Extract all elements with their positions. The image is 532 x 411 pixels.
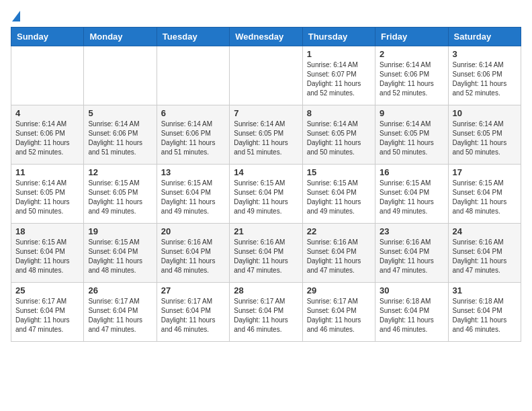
day-info: Sunrise: 6:15 AM Sunset: 6:04 PM Dayligh… bbox=[88, 238, 152, 275]
calendar-cell: 6Sunrise: 6:14 AM Sunset: 6:06 PM Daylig… bbox=[157, 105, 229, 165]
day-number: 5 bbox=[88, 108, 152, 118]
day-number: 8 bbox=[307, 108, 371, 118]
day-number: 15 bbox=[307, 167, 371, 177]
day-info: Sunrise: 6:18 AM Sunset: 6:04 PM Dayligh… bbox=[453, 297, 517, 334]
weekday-header-saturday: Saturday bbox=[448, 28, 521, 46]
svg-marker-0 bbox=[12, 11, 20, 21]
calendar-cell: 18Sunrise: 6:15 AM Sunset: 6:04 PM Dayli… bbox=[11, 224, 84, 283]
day-info: Sunrise: 6:14 AM Sunset: 6:06 PM Dayligh… bbox=[15, 120, 79, 157]
day-number: 16 bbox=[380, 167, 443, 177]
day-number: 29 bbox=[307, 285, 371, 295]
day-info: Sunrise: 6:15 AM Sunset: 6:04 PM Dayligh… bbox=[453, 179, 517, 216]
day-number: 20 bbox=[161, 226, 225, 236]
calendar-cell: 17Sunrise: 6:15 AM Sunset: 6:04 PM Dayli… bbox=[448, 165, 521, 224]
day-number: 11 bbox=[15, 167, 79, 177]
day-number: 23 bbox=[380, 226, 443, 236]
day-info: Sunrise: 6:14 AM Sunset: 6:06 PM Dayligh… bbox=[88, 120, 152, 157]
calendar-cell: 20Sunrise: 6:16 AM Sunset: 6:04 PM Dayli… bbox=[157, 224, 229, 283]
calendar-cell: 29Sunrise: 6:17 AM Sunset: 6:04 PM Dayli… bbox=[302, 283, 375, 342]
calendar-week-row: 11Sunrise: 6:14 AM Sunset: 6:05 PM Dayli… bbox=[11, 165, 521, 224]
day-info: Sunrise: 6:14 AM Sunset: 6:06 PM Dayligh… bbox=[380, 60, 443, 98]
weekday-header-row: SundayMondayTuesdayWednesdayThursdayFrid… bbox=[11, 28, 521, 46]
day-info: Sunrise: 6:17 AM Sunset: 6:04 PM Dayligh… bbox=[88, 297, 152, 334]
calendar-cell: 25Sunrise: 6:17 AM Sunset: 6:04 PM Dayli… bbox=[11, 283, 84, 342]
weekday-header-thursday: Thursday bbox=[302, 28, 375, 46]
calendar-cell: 21Sunrise: 6:16 AM Sunset: 6:04 PM Dayli… bbox=[230, 224, 302, 283]
day-info: Sunrise: 6:14 AM Sunset: 6:05 PM Dayligh… bbox=[307, 120, 371, 157]
day-number: 19 bbox=[88, 226, 152, 236]
day-info: Sunrise: 6:15 AM Sunset: 6:04 PM Dayligh… bbox=[161, 179, 225, 216]
calendar-cell: 10Sunrise: 6:14 AM Sunset: 6:05 PM Dayli… bbox=[448, 105, 521, 165]
day-info: Sunrise: 6:16 AM Sunset: 6:04 PM Dayligh… bbox=[161, 238, 225, 275]
day-number: 4 bbox=[15, 108, 79, 118]
calendar-cell: 5Sunrise: 6:14 AM Sunset: 6:06 PM Daylig… bbox=[84, 105, 157, 165]
calendar-cell bbox=[11, 46, 84, 105]
day-number: 24 bbox=[453, 226, 517, 236]
calendar-cell: 27Sunrise: 6:17 AM Sunset: 6:04 PM Dayli… bbox=[157, 283, 229, 342]
calendar-cell: 3Sunrise: 6:14 AM Sunset: 6:06 PM Daylig… bbox=[448, 46, 521, 105]
day-info: Sunrise: 6:14 AM Sunset: 6:05 PM Dayligh… bbox=[380, 120, 443, 157]
calendar-cell: 7Sunrise: 6:14 AM Sunset: 6:05 PM Daylig… bbox=[230, 105, 302, 165]
calendar-cell bbox=[230, 46, 302, 105]
day-info: Sunrise: 6:17 AM Sunset: 6:04 PM Dayligh… bbox=[307, 297, 371, 334]
day-number: 14 bbox=[234, 167, 298, 177]
weekday-header-sunday: Sunday bbox=[11, 28, 84, 46]
day-number: 13 bbox=[161, 167, 225, 177]
calendar-cell: 8Sunrise: 6:14 AM Sunset: 6:05 PM Daylig… bbox=[302, 105, 375, 165]
day-number: 18 bbox=[15, 226, 79, 236]
calendar-cell: 15Sunrise: 6:15 AM Sunset: 6:04 PM Dayli… bbox=[302, 165, 375, 224]
calendar-week-row: 4Sunrise: 6:14 AM Sunset: 6:06 PM Daylig… bbox=[11, 105, 521, 165]
calendar-cell bbox=[84, 46, 157, 105]
calendar-cell: 9Sunrise: 6:14 AM Sunset: 6:05 PM Daylig… bbox=[375, 105, 448, 165]
header bbox=[11, 11, 521, 24]
day-info: Sunrise: 6:14 AM Sunset: 6:05 PM Dayligh… bbox=[453, 120, 517, 157]
day-number: 21 bbox=[234, 226, 298, 236]
calendar-cell: 19Sunrise: 6:15 AM Sunset: 6:04 PM Dayli… bbox=[84, 224, 157, 283]
day-number: 31 bbox=[453, 285, 517, 295]
day-info: Sunrise: 6:16 AM Sunset: 6:04 PM Dayligh… bbox=[307, 238, 371, 275]
weekday-header-wednesday: Wednesday bbox=[230, 28, 302, 46]
day-info: Sunrise: 6:15 AM Sunset: 6:04 PM Dayligh… bbox=[234, 179, 298, 216]
day-info: Sunrise: 6:14 AM Sunset: 6:07 PM Dayligh… bbox=[307, 60, 371, 98]
calendar-cell: 14Sunrise: 6:15 AM Sunset: 6:04 PM Dayli… bbox=[230, 165, 302, 224]
day-number: 6 bbox=[161, 108, 225, 118]
day-number: 10 bbox=[453, 108, 517, 118]
calendar-cell: 30Sunrise: 6:18 AM Sunset: 6:04 PM Dayli… bbox=[375, 283, 448, 342]
calendar-cell: 16Sunrise: 6:15 AM Sunset: 6:04 PM Dayli… bbox=[375, 165, 448, 224]
day-info: Sunrise: 6:16 AM Sunset: 6:04 PM Dayligh… bbox=[234, 238, 298, 275]
calendar-cell: 24Sunrise: 6:16 AM Sunset: 6:04 PM Dayli… bbox=[448, 224, 521, 283]
day-info: Sunrise: 6:17 AM Sunset: 6:04 PM Dayligh… bbox=[161, 297, 225, 334]
day-info: Sunrise: 6:14 AM Sunset: 6:06 PM Dayligh… bbox=[161, 120, 225, 157]
calendar-week-row: 25Sunrise: 6:17 AM Sunset: 6:04 PM Dayli… bbox=[11, 283, 521, 342]
calendar-cell: 23Sunrise: 6:16 AM Sunset: 6:04 PM Dayli… bbox=[375, 224, 448, 283]
calendar-cell bbox=[157, 46, 229, 105]
day-info: Sunrise: 6:14 AM Sunset: 6:05 PM Dayligh… bbox=[234, 120, 298, 157]
calendar-cell: 26Sunrise: 6:17 AM Sunset: 6:04 PM Dayli… bbox=[84, 283, 157, 342]
day-number: 22 bbox=[307, 226, 371, 236]
day-number: 25 bbox=[15, 285, 79, 295]
logo-triangle-icon bbox=[12, 11, 20, 24]
day-info: Sunrise: 6:15 AM Sunset: 6:05 PM Dayligh… bbox=[88, 179, 152, 216]
day-info: Sunrise: 6:15 AM Sunset: 6:04 PM Dayligh… bbox=[307, 179, 371, 216]
day-number: 30 bbox=[380, 285, 443, 295]
calendar-cell: 11Sunrise: 6:14 AM Sunset: 6:05 PM Dayli… bbox=[11, 165, 84, 224]
logo bbox=[11, 11, 20, 24]
calendar-cell: 12Sunrise: 6:15 AM Sunset: 6:05 PM Dayli… bbox=[84, 165, 157, 224]
calendar-cell: 1Sunrise: 6:14 AM Sunset: 6:07 PM Daylig… bbox=[302, 46, 375, 105]
day-number: 1 bbox=[307, 49, 371, 59]
calendar-cell: 4Sunrise: 6:14 AM Sunset: 6:06 PM Daylig… bbox=[11, 105, 84, 165]
day-info: Sunrise: 6:14 AM Sunset: 6:06 PM Dayligh… bbox=[453, 60, 517, 98]
calendar-cell: 28Sunrise: 6:17 AM Sunset: 6:04 PM Dayli… bbox=[230, 283, 302, 342]
day-info: Sunrise: 6:18 AM Sunset: 6:04 PM Dayligh… bbox=[380, 297, 443, 334]
day-info: Sunrise: 6:17 AM Sunset: 6:04 PM Dayligh… bbox=[15, 297, 79, 334]
day-number: 2 bbox=[380, 49, 443, 59]
calendar-cell: 31Sunrise: 6:18 AM Sunset: 6:04 PM Dayli… bbox=[448, 283, 521, 342]
day-info: Sunrise: 6:17 AM Sunset: 6:04 PM Dayligh… bbox=[234, 297, 298, 334]
calendar-week-row: 1Sunrise: 6:14 AM Sunset: 6:07 PM Daylig… bbox=[11, 46, 521, 105]
day-number: 12 bbox=[88, 167, 152, 177]
day-info: Sunrise: 6:16 AM Sunset: 6:04 PM Dayligh… bbox=[380, 238, 443, 275]
day-number: 17 bbox=[453, 167, 517, 177]
calendar-cell: 13Sunrise: 6:15 AM Sunset: 6:04 PM Dayli… bbox=[157, 165, 229, 224]
day-info: Sunrise: 6:14 AM Sunset: 6:05 PM Dayligh… bbox=[15, 179, 79, 216]
calendar-cell: 22Sunrise: 6:16 AM Sunset: 6:04 PM Dayli… bbox=[302, 224, 375, 283]
